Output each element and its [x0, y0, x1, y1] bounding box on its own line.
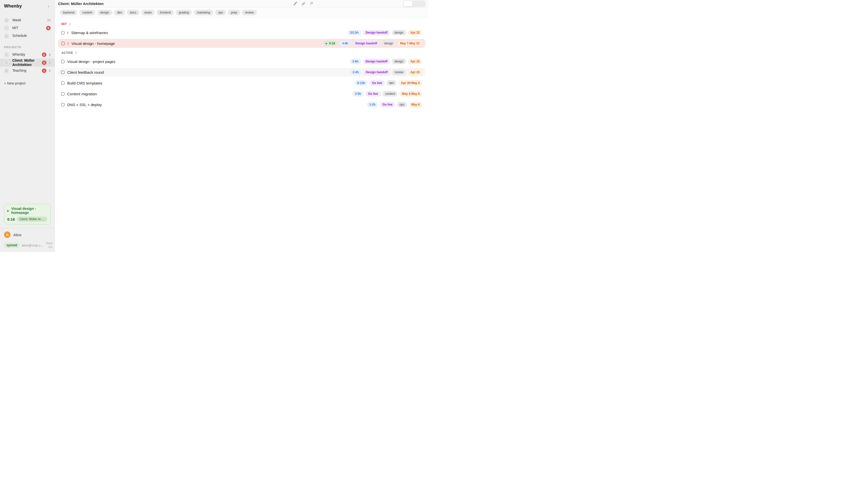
sidebar-project-item[interactable]: 2 Client: Müller Architekten 2 7: [0, 59, 55, 67]
shortcut-key: i: [4, 26, 9, 31]
shortcut-key: g: [4, 33, 9, 38]
running-task-name: Visual design - homepage: [11, 207, 47, 215]
task-sections: MIT 2 ! Sitemap & wireframes 2/2.5hDesig…: [55, 18, 428, 252]
sidebar-nav-item[interactable]: 0 Week 20: [4, 16, 51, 24]
top-bar: Client: Müller Architekten: [55, 0, 428, 7]
task-pill: Apr 30-May 4: [399, 80, 422, 86]
task-pill: May 6: [409, 102, 422, 107]
task-row[interactable]: Build CMS templates 8-12hGo livedevApr 3…: [58, 79, 425, 87]
pill-list: 1-2hGo liveopsMay 6: [367, 102, 422, 107]
task-pill: Go live: [380, 102, 395, 107]
task-title: Sitemap & wireframes: [71, 31, 108, 35]
tag-filter-chip[interactable]: content: [79, 10, 95, 15]
priority-icon: !: [67, 31, 68, 35]
profile-section: A Alice synced alice@corp.c… Sign out: [4, 228, 51, 249]
tag-filter-chip[interactable]: dev: [114, 10, 125, 15]
toolbar: [293, 0, 314, 7]
timer-pill-text: 0:18: [329, 41, 335, 45]
project-label: Teaching: [12, 68, 26, 73]
task-title: Client feedback round: [67, 70, 104, 74]
project-count: 5: [49, 69, 51, 73]
tag-filter-chip[interactable]: frontend: [157, 10, 174, 15]
shortcut-key: 2: [4, 60, 9, 65]
nav-label: Schedule: [12, 34, 27, 38]
task-row[interactable]: Visual design - project pages 3-6hDesign…: [58, 57, 425, 66]
task-section: MIT 2 ! Sitemap & wireframes 2/2.5hDesig…: [55, 22, 428, 48]
task-checkbox[interactable]: [61, 92, 64, 96]
task-row[interactable]: Client feedback round 2-4hDesign handoff…: [58, 68, 425, 77]
task-title: DNS + SSL + deploy: [67, 103, 102, 107]
task-row[interactable]: Content migration 3-5hGo livecontentMay …: [58, 89, 425, 98]
shortcut-key: 1: [4, 52, 9, 57]
tag-filter-chip[interactable]: marketing: [194, 10, 213, 15]
tag-filter-chip[interactable]: backend: [60, 10, 77, 15]
task-title: Build CMS templates: [67, 81, 102, 85]
sign-out-button[interactable]: Sign out: [46, 241, 53, 249]
tag-filter-chip[interactable]: prep: [228, 10, 240, 15]
section-label: ACTIVE: [62, 51, 73, 55]
sidebar-project-item[interactable]: 1 Whenby 2 8: [4, 51, 51, 59]
view-toggle-thumb: [403, 1, 413, 6]
pill-list: 2-4hDesign handoffreviewApr 23: [350, 69, 422, 75]
sidebar-nav-item[interactable]: i MIT 5: [4, 24, 51, 32]
task-pill: design: [392, 59, 406, 64]
tag-filter-chip[interactable]: review: [242, 10, 257, 15]
sidebar-project-item[interactable]: 3 Teaching 1 5: [4, 67, 51, 75]
task-pill: May 7-May 13: [398, 40, 422, 46]
projects-section-label: PROJECTS: [4, 46, 51, 49]
timer-project-pill: Client: Müller Architekten: [17, 217, 47, 222]
task-title: Visual design - project pages: [67, 60, 115, 64]
task-pill: 4-8h: [339, 40, 351, 46]
nav-label: Week: [12, 18, 21, 22]
task-title: Content migration: [67, 92, 97, 96]
sidebar-nav-item[interactable]: g Schedule: [4, 32, 51, 39]
sync-status-badge: synced: [4, 243, 19, 248]
project-label: Client: Müller Architekten: [12, 58, 40, 67]
tag-filter-bar: backendcontentdesigndevdocsexamfrontendg…: [55, 7, 428, 18]
task-row[interactable]: ! Sitemap & wireframes 2/2.5hDesign hand…: [58, 28, 425, 37]
tag-filter-chip[interactable]: docs: [127, 10, 139, 15]
task-row[interactable]: DNS + SSL + deploy 1-2hGo liveopsMay 6: [58, 100, 425, 109]
task-section: ACTIVE 5 Visual design - project pages 3…: [55, 51, 428, 109]
task-pill: review: [392, 69, 406, 75]
task-pill: Apr 22: [408, 59, 422, 64]
profile-email: alice@corp.c…: [21, 243, 44, 247]
new-project-button[interactable]: + New project: [4, 81, 51, 85]
timer-elapsed: 0:18: [7, 217, 15, 221]
task-checkbox[interactable]: [62, 42, 65, 45]
task-row[interactable]: ! Visual design - homepage ▶0:184-8hDesi…: [58, 39, 425, 48]
task-pill: 2-4h: [350, 69, 361, 75]
task-pill: 2/2.5h: [348, 30, 361, 35]
task-checkbox[interactable]: [61, 60, 64, 63]
task-pill: 3-5h: [352, 91, 364, 97]
task-pill: Design handoff: [363, 69, 390, 75]
pill-list: 3-5hGo livecontentMay 4-May 6: [352, 91, 422, 97]
task-checkbox[interactable]: [61, 71, 64, 74]
task-pill: Go live: [370, 80, 385, 86]
edit-pencil-icon[interactable]: [293, 2, 297, 6]
task-pill: May 4-May 6: [399, 91, 422, 97]
tag-filter-chip[interactable]: ops: [215, 10, 226, 15]
tag-filter-chip[interactable]: exam: [141, 10, 155, 15]
running-timer-card[interactable]: ▶ Visual design - homepage 0:18 Client: …: [4, 204, 51, 224]
section-label: MIT: [62, 22, 67, 26]
task-pill: design: [392, 30, 406, 35]
shortcut-key: 0: [4, 18, 9, 23]
task-pill: Apr 23: [408, 69, 422, 75]
task-pill: Go live: [366, 91, 381, 97]
view-toggle[interactable]: [403, 0, 425, 7]
tag-filter-chip[interactable]: grading: [176, 10, 192, 15]
sidebar-header: Whenby ‹: [4, 3, 51, 9]
flag-icon[interactable]: [310, 2, 314, 6]
task-checkbox[interactable]: [61, 103, 64, 106]
task-pill: content: [383, 91, 398, 97]
task-checkbox[interactable]: [61, 82, 64, 85]
task-checkbox[interactable]: [61, 31, 64, 34]
shortcut-key: 3: [4, 68, 9, 73]
task-timer-pill[interactable]: ▶0:18: [323, 40, 337, 46]
tag-filter-chip[interactable]: design: [97, 10, 112, 15]
sidebar-collapse-icon[interactable]: ‹: [46, 4, 51, 9]
link-icon[interactable]: [301, 2, 305, 6]
task-pill: 1-2h: [367, 102, 378, 107]
app-title: Whenby: [4, 3, 22, 9]
